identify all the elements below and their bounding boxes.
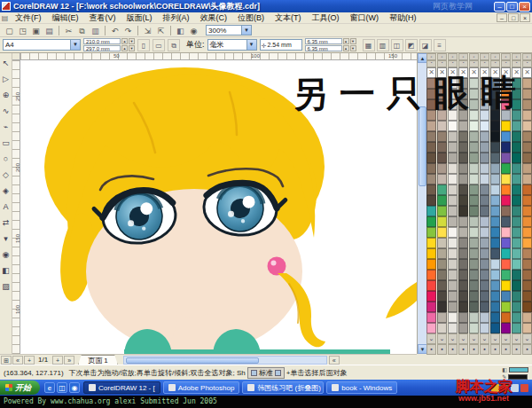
color-swatch[interactable] xyxy=(458,184,468,195)
color-swatch[interactable] xyxy=(512,195,521,206)
palette-expand-icon[interactable]: ˆ xyxy=(437,60,447,67)
color-swatch[interactable] xyxy=(426,227,436,238)
color-swatch[interactable] xyxy=(522,259,532,270)
export-icon[interactable]: ⇱ xyxy=(154,25,168,36)
color-swatch[interactable] xyxy=(512,323,521,333)
color-swatch[interactable] xyxy=(490,174,500,184)
color-swatch[interactable] xyxy=(490,280,500,291)
color-swatch[interactable] xyxy=(437,291,447,302)
menu-item-6[interactable]: 位图(B) xyxy=(232,12,270,24)
color-swatch[interactable] xyxy=(480,302,489,312)
new-icon[interactable]: ▢ xyxy=(3,25,16,36)
ellipse-tool[interactable]: ○ xyxy=(1,151,12,167)
color-swatch[interactable] xyxy=(426,312,436,323)
color-swatch[interactable] xyxy=(437,312,447,323)
page-width-field[interactable]: 210.0 mm xyxy=(83,38,121,44)
palette-rollup-icon[interactable]: ▫ xyxy=(469,53,479,60)
color-swatch[interactable] xyxy=(458,195,468,206)
color-swatch[interactable] xyxy=(480,323,489,333)
color-swatch[interactable] xyxy=(480,248,489,259)
color-swatch[interactable] xyxy=(480,142,489,153)
doc-close-button[interactable]: × xyxy=(520,13,530,22)
palette-options-icon[interactable]: ▪ xyxy=(458,344,468,355)
color-swatch[interactable] xyxy=(458,259,468,270)
palette-scroll-down-icon[interactable]: ⌄ xyxy=(490,333,500,344)
color-swatch[interactable] xyxy=(480,174,489,184)
duplicate-x-field[interactable]: 6.35 mm xyxy=(305,38,342,44)
palette-expand-icon[interactable]: ˆ xyxy=(480,60,489,67)
color-swatch[interactable] xyxy=(448,291,458,302)
color-swatch[interactable] xyxy=(469,163,479,174)
print-icon[interactable]: ▤ xyxy=(43,25,56,36)
color-swatch[interactable] xyxy=(469,216,479,227)
color-swatch[interactable] xyxy=(469,302,479,312)
page-tab[interactable]: 页面 1 xyxy=(78,355,118,365)
color-swatch[interactable] xyxy=(490,312,500,323)
color-swatch[interactable] xyxy=(469,270,479,280)
color-swatch[interactable] xyxy=(458,227,468,238)
basic-shapes-tool[interactable]: ◈ xyxy=(1,183,12,199)
pick-tool[interactable]: ↖ xyxy=(1,55,12,71)
color-swatch[interactable] xyxy=(437,280,447,291)
color-swatch[interactable] xyxy=(512,312,521,323)
color-swatch[interactable] xyxy=(501,323,511,333)
color-swatch[interactable] xyxy=(448,238,458,248)
color-swatch[interactable] xyxy=(512,216,521,227)
color-swatch[interactable] xyxy=(469,227,479,238)
color-swatch[interactable] xyxy=(501,302,511,312)
color-swatch[interactable] xyxy=(469,131,479,142)
landscape-button[interactable]: ▭ xyxy=(153,39,165,51)
zoom-level-combo[interactable]: 300% ▼ xyxy=(206,25,252,35)
redo-icon[interactable]: ↷ xyxy=(121,25,135,36)
color-swatch[interactable] xyxy=(501,206,511,216)
color-swatch[interactable] xyxy=(437,259,447,270)
color-swatch[interactable] xyxy=(522,323,532,333)
color-swatch[interactable] xyxy=(469,184,479,195)
color-swatch[interactable] xyxy=(448,174,458,184)
color-swatch[interactable] xyxy=(501,174,511,184)
color-swatch[interactable] xyxy=(458,142,468,153)
color-swatch[interactable] xyxy=(490,238,500,248)
palette-options-icon[interactable]: ▪ xyxy=(448,344,458,355)
color-swatch[interactable] xyxy=(480,184,489,195)
color-swatch[interactable] xyxy=(480,280,489,291)
palette-options-icon[interactable]: ▪ xyxy=(437,344,447,355)
color-swatch[interactable] xyxy=(426,280,436,291)
ruler-origin-corner[interactable] xyxy=(12,53,20,60)
color-swatch[interactable] xyxy=(522,227,532,238)
first-page-button[interactable]: « xyxy=(12,356,23,365)
color-swatch[interactable] xyxy=(426,121,436,131)
color-swatch[interactable] xyxy=(437,131,447,142)
color-swatch[interactable] xyxy=(437,153,447,163)
color-swatch[interactable] xyxy=(490,121,500,131)
color-swatch[interactable] xyxy=(522,163,532,174)
color-swatch[interactable] xyxy=(437,163,447,174)
taskbar-task-0[interactable]: CorelDRAW 12 - [ xyxy=(83,381,160,394)
horizontal-scrollbar[interactable] xyxy=(123,356,327,365)
color-swatch[interactable] xyxy=(522,248,532,259)
color-swatch[interactable] xyxy=(458,270,468,280)
color-swatch[interactable] xyxy=(437,195,447,206)
color-swatch[interactable] xyxy=(458,280,468,291)
color-swatch[interactable] xyxy=(522,174,532,184)
polygon-tool[interactable]: ◇ xyxy=(1,167,12,183)
color-swatch[interactable] xyxy=(522,291,532,302)
color-swatch[interactable] xyxy=(512,153,521,163)
page-height-field[interactable]: 297.0 mm xyxy=(83,45,121,51)
color-swatch[interactable] xyxy=(437,270,447,280)
color-swatch[interactable] xyxy=(480,312,489,323)
eyedropper-tool[interactable]: ▾ xyxy=(1,231,12,247)
snap-to-guidelines-button[interactable]: ▥ xyxy=(377,39,389,51)
color-swatch[interactable] xyxy=(426,153,436,163)
color-swatch[interactable] xyxy=(522,270,532,280)
color-swatch[interactable] xyxy=(448,142,458,153)
menu-item-7[interactable]: 文本(T) xyxy=(270,12,307,24)
interactive-blend-tool[interactable]: ⇄ xyxy=(1,215,12,231)
color-swatch[interactable] xyxy=(480,121,489,131)
color-swatch[interactable] xyxy=(522,131,532,142)
palette-expand-icon[interactable]: ˆ xyxy=(512,60,521,67)
title-bar[interactable]: CorelDRAW 12 - [F:\work schoolwork\COREL… xyxy=(0,0,532,12)
add-page-after-button[interactable]: + xyxy=(52,356,63,365)
spin-down-icon[interactable]: ▼ xyxy=(129,38,135,44)
color-swatch[interactable] xyxy=(448,121,458,131)
